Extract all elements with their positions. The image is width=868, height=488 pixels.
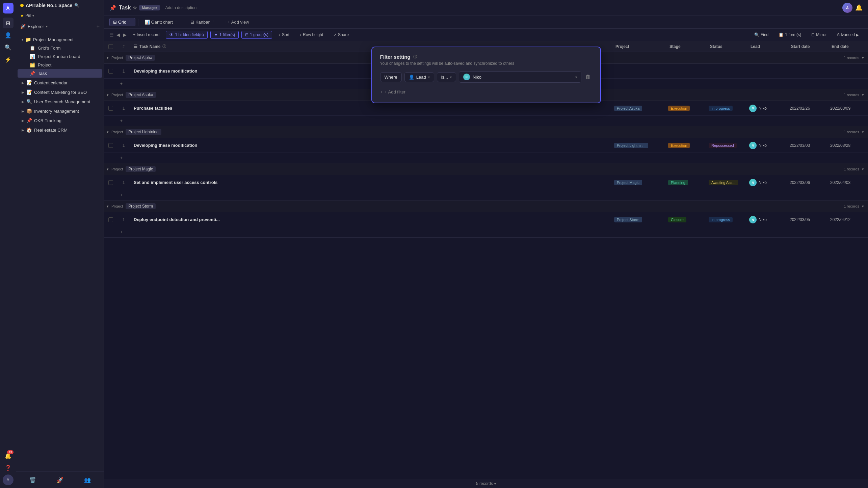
nav-group-header-okr[interactable]: ▶ 📌 OKR Tracking	[18, 116, 102, 125]
sidebar-item-kanban-board[interactable]: 📊 Project Kanban board	[18, 52, 102, 61]
row-check[interactable]	[104, 180, 117, 185]
insert-record-button[interactable]: + Insert record	[129, 31, 163, 39]
add-explorer-button[interactable]: +	[97, 23, 100, 29]
menu-icon[interactable]: ☰	[109, 32, 114, 37]
real-estate-label: Real estate CRM	[34, 128, 68, 133]
add-view-button[interactable]: + + Add view	[220, 18, 253, 26]
row-checkbox[interactable]	[108, 106, 113, 111]
start-date-cell: 2022/03/03	[787, 142, 827, 149]
top-bar: 📌 Task ☆ Manager Add a description A 🔔	[104, 0, 868, 16]
filter-delete-button[interactable]: 🗑	[584, 73, 592, 81]
space-search-icon[interactable]: 🔍	[74, 3, 79, 8]
sidebar-item-grids-form[interactable]: 📋 Grid's Form	[18, 44, 102, 52]
project-cell: Project Asuka	[611, 104, 665, 112]
add-row-lightning[interactable]: +	[104, 153, 868, 163]
where-select[interactable]: Where	[380, 72, 402, 82]
grid-view-nav-icon[interactable]: ⊞	[3, 18, 14, 28]
task-name-cell[interactable]: Developing these modification	[130, 140, 611, 151]
row-checkbox[interactable]	[108, 180, 113, 185]
people-bottom-icon[interactable]: 👥	[82, 475, 93, 485]
add-filter-button[interactable]: + + Add filter	[380, 88, 592, 96]
add-row-storm[interactable]: +	[104, 227, 868, 237]
nav-forward-icon[interactable]: ▶	[123, 32, 127, 37]
operator-select[interactable]: is... ▾	[437, 72, 456, 82]
assignee-avatar: N	[749, 142, 757, 149]
row-check[interactable]	[104, 106, 117, 111]
advanced-button[interactable]: Advanced ▶	[833, 31, 863, 39]
grid-view-tab[interactable]: ⊞ Grid ⋮	[109, 18, 135, 26]
find-button[interactable]: 🔍 Find	[751, 31, 772, 39]
automation-nav-icon[interactable]: ⚡	[3, 54, 14, 65]
filter-info-icon[interactable]: ⓘ	[413, 54, 417, 59]
row-check[interactable]	[104, 217, 117, 222]
kanban-options-icon[interactable]: ⋮	[212, 20, 216, 24]
task-name-info-icon[interactable]: ⓘ	[162, 44, 166, 49]
group-chevron-storm[interactable]: ▾	[107, 204, 109, 209]
mirror-button[interactable]: ⊡ Mirror	[808, 31, 830, 39]
row-height-button[interactable]: ↕ Row height	[296, 31, 327, 39]
hidden-fields-button[interactable]: 👁 1 hidden field(s)	[166, 31, 207, 39]
task-name-cell[interactable]: Purchase facilities	[130, 103, 611, 113]
user-avatar-top[interactable]: A	[842, 3, 852, 13]
filter-value-select[interactable]: N Niko ▾	[459, 71, 581, 83]
nav-group-header-real-estate[interactable]: ▶ 🏠 Real estate CRM	[18, 126, 102, 134]
header-start-date[interactable]: Start date	[787, 42, 827, 52]
members-nav-icon[interactable]: 👤	[3, 30, 14, 40]
group-count-chevron-asuka[interactable]: ▾	[862, 93, 864, 97]
user-avatar[interactable]: A	[3, 475, 14, 485]
nav-group-header-inventory[interactable]: ▶ 📦 Inventory Management	[18, 107, 102, 115]
group-count-chevron-lightning[interactable]: ▾	[862, 130, 864, 134]
group-count-chevron-magic[interactable]: ▾	[862, 167, 864, 171]
task-name-cell[interactable]: Set and implement user access controls	[130, 177, 611, 188]
filter-panel-subtitle: Your changes to the settings will be aut…	[380, 61, 592, 66]
header-project[interactable]: Project	[611, 42, 665, 52]
field-select[interactable]: 👤 Lead ▾	[404, 72, 434, 82]
nav-group-header-content-marketing[interactable]: ▶ 📝 Content Marketing for SEO	[18, 88, 102, 97]
select-all-checkbox[interactable]	[108, 44, 113, 49]
gantt-options-icon[interactable]: ⋮	[174, 20, 178, 24]
header-status[interactable]: Status	[706, 42, 746, 52]
search-nav-icon[interactable]: 🔍	[3, 42, 14, 53]
header-lead[interactable]: Lead	[746, 42, 787, 52]
notifications-top-icon[interactable]: 🔔	[855, 4, 863, 11]
header-stage[interactable]: Stage	[665, 42, 706, 52]
group-button[interactable]: ⊟ 1 group(s)	[241, 31, 272, 39]
nav-group-header-user-research[interactable]: ▶ 🔍 User Research Management	[18, 97, 102, 106]
group-count-chevron-alpha[interactable]: ▾	[862, 56, 864, 60]
total-records-chevron-icon[interactable]: ▾	[494, 482, 496, 486]
gantt-view-tab[interactable]: 📊 Gantt chart ⋮	[141, 18, 181, 26]
add-row-magic[interactable]: +	[104, 190, 868, 200]
filter-button[interactable]: ▼ 1 filter(s)	[210, 31, 239, 39]
trash-bottom-icon[interactable]: 🗑️	[27, 475, 38, 485]
task-name-cell[interactable]: Deploy endpoint detection and preventi..…	[130, 214, 611, 225]
group-chevron-lightning[interactable]: ▾	[107, 130, 109, 134]
row-check[interactable]	[104, 143, 117, 148]
notification-icon[interactable]: 🔔 13	[3, 450, 14, 461]
kanban-view-tab[interactable]: ⊟ Kanban ⋮	[187, 18, 219, 26]
row-checkbox[interactable]	[108, 69, 113, 74]
group-chevron-magic[interactable]: ▾	[107, 167, 109, 171]
group-count-chevron-storm[interactable]: ▾	[862, 204, 864, 209]
grid-options-icon[interactable]: ⋮	[128, 20, 132, 24]
nav-group-header-content-calendar[interactable]: ▶ 📝 Content calendar	[18, 78, 102, 87]
rocket-bottom-icon[interactable]: 🚀	[55, 475, 65, 485]
header-end-date[interactable]: End date	[827, 42, 868, 52]
row-checkbox[interactable]	[108, 217, 113, 222]
share-button[interactable]: ↗ Share	[330, 31, 352, 39]
help-icon[interactable]: ❓	[3, 462, 14, 473]
add-row-asuka[interactable]: +	[104, 116, 868, 126]
sidebar-item-project[interactable]: 🗂️ Project	[18, 61, 102, 69]
row-checkbox[interactable]	[108, 143, 113, 148]
sidebar-item-task[interactable]: 📌 Task	[18, 69, 102, 78]
row-check[interactable]	[104, 69, 117, 74]
group-chevron-alpha[interactable]: ▾	[107, 56, 109, 60]
form-button[interactable]: 📋 1 form(s)	[775, 31, 805, 39]
add-description-link[interactable]: Add a description	[165, 5, 197, 10]
star-icon[interactable]: ☆	[133, 5, 137, 10]
app-icon[interactable]: A	[3, 3, 14, 13]
header-check[interactable]	[104, 44, 117, 49]
nav-group-header-project-management[interactable]: ▾ 📁 Project Management	[18, 35, 102, 44]
sort-button[interactable]: ↕ Sort	[275, 31, 293, 39]
group-chevron-asuka[interactable]: ▾	[107, 93, 109, 97]
nav-back-icon[interactable]: ◀	[116, 32, 120, 37]
